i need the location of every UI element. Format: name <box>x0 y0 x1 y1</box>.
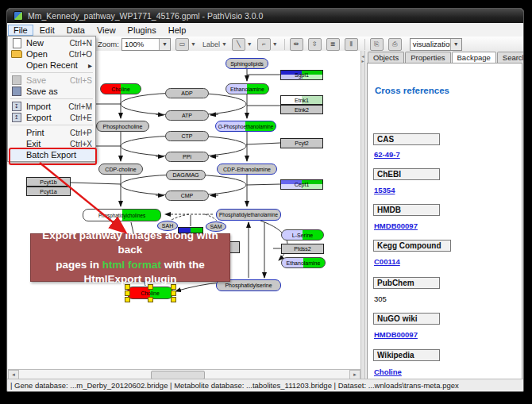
connector-tool-icon[interactable]: ⌐▼ <box>257 38 278 51</box>
menu-item-new[interactable]: NewCtrl+N <box>8 37 95 48</box>
menu-item-print[interactable]: PrintCtrl+P <box>8 127 95 138</box>
status-text: | Gene database: ...m_Derby_20120602.bri… <box>10 381 459 390</box>
selection-handle[interactable] <box>171 297 176 302</box>
title-bar[interactable]: Mm_Kennedy_pathway_WP1771_45176.gpml - P… <box>7 9 523 23</box>
node-label: PPi <box>183 154 191 160</box>
reference-link-HMDB00097[interactable]: HMDB00097 <box>374 330 418 339</box>
reference-link-HMDB00097[interactable]: HMDB00097 <box>374 221 418 230</box>
menu-data[interactable]: Data <box>61 25 91 36</box>
annotation-callout: Export pathway images along with backpag… <box>30 233 230 282</box>
menu-separator <box>10 125 93 125</box>
submenu-arrow-icon: ▸ <box>88 61 92 70</box>
reference-link-15354[interactable]: 15354 <box>374 186 395 194</box>
visualization-combobox[interactable]: visualization ▼ <box>410 38 462 51</box>
printer-icon[interactable]: ⎘ <box>370 38 384 51</box>
pathway-node-atp[interactable]: ATP <box>165 110 209 121</box>
pathway-node-ppi[interactable]: PPi <box>165 152 209 162</box>
chevron-down-icon[interactable]: ▼ <box>159 39 170 50</box>
label-tool-icon[interactable]: Label▼ <box>201 40 227 48</box>
match-height-icon[interactable]: ⦀ <box>345 38 358 51</box>
pathway-node-o-phosphoethanolamine[interactable]: O-Phosphoethanolamine <box>215 121 276 132</box>
match-height-icon: ⦀ <box>345 38 358 51</box>
pathway-node-cdp-choline[interactable]: CDP-choline <box>98 164 143 175</box>
pathway-node-ctp[interactable]: CTP <box>165 131 209 141</box>
node-label: Pcyt1b <box>40 179 56 185</box>
page-setup-icon[interactable]: ⎙ <box>388 38 402 51</box>
pathway-node-pcyt2[interactable]: Pcyt2 <box>280 138 323 148</box>
align-center-x-icon[interactable]: ⇹ <box>290 38 303 51</box>
pathway-node-choline-top[interactable]: Choline <box>100 83 141 94</box>
pathway-node-adp[interactable]: ADP <box>165 88 209 98</box>
node-label: O-Phosphoethanolamine <box>218 124 274 129</box>
pathway-node-dag-mag[interactable]: DAG/MAG <box>166 170 206 180</box>
chevron-down-icon[interactable]: ▼ <box>272 41 278 47</box>
menu-plugins[interactable]: Plugins <box>122 25 162 36</box>
scrollbar-thumb[interactable] <box>151 371 205 379</box>
pathway-node-sphingolipids[interactable]: Sphingolipids <box>226 58 268 69</box>
reference-link-Choline[interactable]: Choline <box>374 367 402 376</box>
save-as-disk-icon <box>10 87 23 96</box>
pathway-node-cept1[interactable]: Cept1 <box>280 179 323 190</box>
pathway-edge <box>210 195 218 196</box>
datanode-tool-icon[interactable]: ▭▼ <box>175 38 196 51</box>
node-label: Pcyt1a <box>40 189 56 194</box>
node-label: CDP-Ethanolamine <box>223 167 271 172</box>
callout-highlight-text: html format <box>102 259 161 271</box>
menu-item-export[interactable]: ↥ExportCtrl+E <box>8 112 95 123</box>
chevron-down-icon[interactable]: ▼ <box>191 41 196 47</box>
selection-handle[interactable] <box>148 297 153 302</box>
tab-properties[interactable]: Properties <box>405 52 450 63</box>
export-icon: ↥ <box>10 113 23 122</box>
zoom-combobox[interactable]: 100% ▼ <box>121 38 171 51</box>
pathway-node-phosphocholine[interactable]: Phosphocholine <box>96 121 149 132</box>
node-label: CTP <box>182 133 193 139</box>
pathway-edge <box>210 156 218 157</box>
menu-view[interactable]: View <box>91 25 121 36</box>
callout-text: HtmlExport plugin <box>84 273 177 285</box>
pathway-node-phosphatidylethanolamine[interactable]: Phosphatidylethanolamine <box>216 209 281 221</box>
printer-icon: ⎘ <box>370 38 384 51</box>
status-bar: | Gene database: ...m_Derby_20120602.bri… <box>7 379 523 391</box>
line-tool-icon[interactable]: ╲▼ <box>232 38 253 51</box>
pathway-node-ethanolamine-bottom[interactable]: Ethanolamine <box>281 257 326 268</box>
match-width-icon[interactable]: ≣ <box>326 38 340 51</box>
zoom-value: 100% <box>122 40 159 48</box>
selection-handle[interactable] <box>125 290 130 296</box>
menu-icon-placeholder <box>10 128 23 137</box>
pathway-node-pcyt1a[interactable]: Pcyt1a <box>26 187 71 196</box>
tab-backpage[interactable]: Backpage <box>452 52 496 63</box>
align-center-y-icon: ⇳ <box>308 38 322 51</box>
pathway-edge <box>210 114 218 115</box>
menu-item-open-recent[interactable]: Open Recent▸ <box>8 60 95 71</box>
tab-objects[interactable]: Objects <box>368 52 404 63</box>
tab-search[interactable]: Search <box>497 52 524 63</box>
chevron-down-icon[interactable]: ▼ <box>247 41 253 47</box>
pathway-node-pcyt1b[interactable]: Pcyt1b <box>26 177 71 187</box>
selection-handle[interactable] <box>125 297 130 302</box>
menu-item-save-as[interactable]: Save as <box>8 86 95 97</box>
pathway-node-cmp[interactable]: CMP <box>165 190 209 201</box>
pathway-edge <box>71 183 121 184</box>
match-width-icon: ≣ <box>326 38 340 51</box>
pathway-node-ptdss2[interactable]: Ptdss2 <box>281 244 324 254</box>
menu-edit[interactable]: Edit <box>34 25 60 36</box>
pathway-node-cdp-ethanolamine[interactable]: CDP-Ethanolamine <box>217 164 277 175</box>
pathway-node-etnk2[interactable]: Etnk2 <box>280 105 323 114</box>
pathway-node-phosphatidylcholines[interactable]: Phosphatidylcholines <box>83 209 161 221</box>
selection-handle[interactable] <box>171 290 176 296</box>
import-icon: ↧ <box>10 102 23 111</box>
chevron-down-icon[interactable]: ▼ <box>222 41 227 47</box>
collapse-right-icon[interactable]: ► <box>361 59 365 63</box>
chevron-down-icon[interactable]: ▼ <box>450 39 461 50</box>
pathway-node-sgpl1[interactable]: Sgpl1 <box>280 70 323 80</box>
pathway-node-etnk1[interactable]: Etnk1 <box>280 95 323 105</box>
menu-file[interactable]: File <box>8 25 33 36</box>
align-center-y-icon[interactable]: ⇳ <box>308 38 322 51</box>
pathway-node-ethanolamine-top[interactable]: Ethanolamine <box>226 83 269 94</box>
reference-link-C00114[interactable]: C00114 <box>374 257 400 266</box>
menu-item-open[interactable]: OpenCtrl+O <box>8 48 95 60</box>
menu-item-import[interactable]: ↧ImportCtrl+M <box>8 101 95 112</box>
menu-help[interactable]: Help <box>163 25 192 36</box>
reference-link-62-49-7[interactable]: 62-49-7 <box>374 150 400 159</box>
pathway-node-l-serine[interactable]: L-Serine <box>281 229 324 240</box>
